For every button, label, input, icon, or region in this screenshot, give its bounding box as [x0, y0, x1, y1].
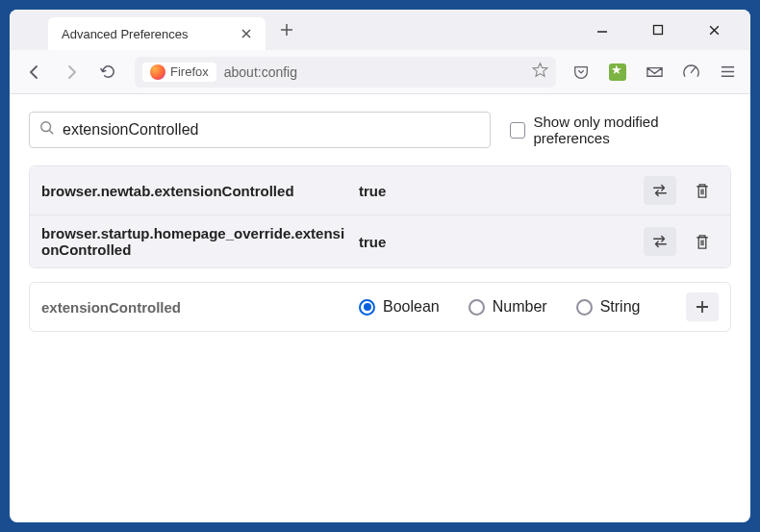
mail-button[interactable]: [641, 59, 668, 86]
close-icon: [241, 28, 252, 39]
star-icon: [532, 62, 548, 78]
pref-value: true: [359, 234, 634, 250]
mail-icon: [646, 63, 664, 81]
browser-tab[interactable]: Advanced Preferences: [48, 17, 266, 50]
close-icon: [708, 24, 721, 37]
type-string-option[interactable]: String: [576, 298, 641, 316]
meter-icon: [682, 63, 700, 81]
radio-icon: [469, 299, 485, 316]
type-label: Number: [493, 298, 547, 316]
pref-row: browser.newtab.extensionControlled true: [30, 166, 730, 215]
url-bar[interactable]: Firefox about:config: [135, 57, 556, 88]
config-topbar: Show only modified preferences: [29, 112, 731, 148]
pocket-button[interactable]: [568, 59, 595, 86]
extension-button[interactable]: [604, 59, 631, 86]
browser-window: Advanced Preferences Firefox about:confi…: [10, 10, 750, 522]
swap-icon: [651, 235, 669, 248]
search-icon: [39, 120, 55, 139]
tab-title: Advanced Preferences: [62, 27, 189, 41]
pref-name: browser.newtab.extensionControlled: [41, 183, 349, 199]
tab-close-button[interactable]: [237, 24, 256, 43]
pocket-icon: [572, 63, 590, 81]
app-menu-button[interactable]: [714, 59, 741, 86]
maximize-icon: [652, 24, 664, 36]
delete-pref-button[interactable]: [686, 227, 719, 256]
forward-button[interactable]: [56, 57, 87, 88]
trash-icon: [695, 234, 710, 250]
toolbar-actions: [568, 59, 741, 86]
type-number-option[interactable]: Number: [469, 298, 547, 316]
add-pref-button[interactable]: [686, 292, 719, 321]
page-content: Show only modified preferences browser.n…: [10, 94, 750, 522]
back-button[interactable]: [19, 57, 50, 88]
plus-icon: [695, 299, 710, 315]
close-window-button[interactable]: [695, 15, 733, 44]
checkbox-icon: [510, 122, 525, 139]
firefox-chip-label: Firefox: [170, 64, 209, 79]
new-tab-button[interactable]: [273, 16, 300, 43]
type-label: Boolean: [383, 298, 440, 316]
svg-point-1: [41, 122, 51, 132]
arrow-left-icon: [26, 63, 43, 81]
new-pref-row: extensionControlled Boolean Number Strin…: [29, 282, 731, 332]
pref-search-input[interactable]: [63, 121, 480, 139]
navigation-toolbar: Firefox about:config: [10, 50, 750, 94]
delete-pref-button[interactable]: [686, 176, 719, 205]
firefox-chip: Firefox: [142, 63, 216, 82]
window-controls: [583, 15, 743, 44]
pref-name: browser.startup.homepage_override.extens…: [41, 225, 349, 258]
svg-rect-0: [654, 26, 663, 35]
type-label: String: [600, 298, 641, 316]
type-radio-group: Boolean Number String: [359, 298, 676, 316]
minimize-button[interactable]: [583, 15, 621, 44]
radio-icon: [359, 299, 375, 316]
new-pref-name: extensionControlled: [41, 299, 349, 316]
swap-icon: [651, 184, 669, 197]
account-button[interactable]: [677, 59, 704, 86]
type-boolean-option[interactable]: Boolean: [359, 298, 440, 316]
bookmark-star-button[interactable]: [532, 62, 548, 82]
reload-icon: [100, 63, 116, 80]
radio-icon: [576, 299, 593, 316]
pref-value: true: [359, 183, 634, 199]
trash-icon: [695, 183, 710, 199]
hamburger-icon: [720, 63, 736, 80]
toggle-value-button[interactable]: [644, 227, 676, 256]
toggle-value-button[interactable]: [644, 176, 676, 205]
arrow-right-icon: [63, 63, 80, 81]
pref-results: browser.newtab.extensionControlled true …: [29, 165, 731, 268]
extension-icon: [609, 63, 626, 81]
modified-only-toggle[interactable]: Show only modified preferences: [510, 114, 731, 146]
titlebar: Advanced Preferences: [10, 10, 750, 50]
plus-icon: [280, 23, 293, 37]
pref-row: browser.startup.homepage_override.extens…: [30, 215, 730, 267]
minimize-icon: [596, 24, 608, 36]
reload-button[interactable]: [92, 57, 123, 88]
firefox-logo-icon: [150, 64, 165, 80]
pref-search-container: [29, 112, 491, 148]
url-text: about:config: [224, 64, 297, 80]
maximize-button[interactable]: [639, 15, 677, 44]
modified-only-label: Show only modified preferences: [533, 114, 731, 146]
